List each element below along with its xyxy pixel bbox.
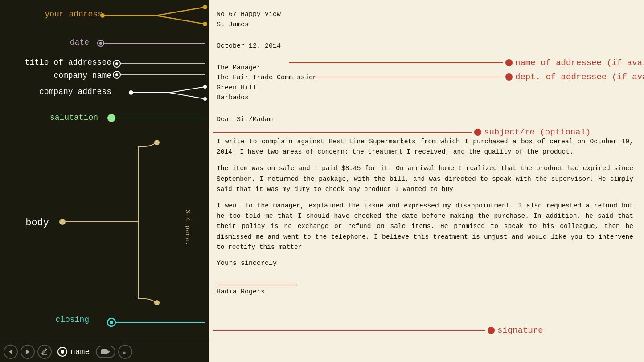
- address-line2: St James: [217, 20, 633, 30]
- closing-section: Yours sincerely: [217, 259, 633, 269]
- svg-rect-39: [101, 349, 107, 354]
- svg-point-5: [203, 22, 207, 26]
- addressee-section: The Manager The Fair Trade Commission Gr…: [217, 63, 633, 103]
- date-line: October 12, 2014: [217, 41, 633, 52]
- svg-point-38: [61, 350, 64, 354]
- name-toolbar-section: name: [56, 346, 90, 358]
- annotation-text-subject: subject/re (optional): [484, 127, 591, 137]
- annotation-text-dept: dept. of addressee (if available): [515, 72, 644, 82]
- annotation-line-signature: [213, 330, 485, 331]
- svg-point-27: [154, 300, 160, 305]
- svg-point-6: [98, 40, 104, 46]
- salutation-line: Dear Sir/Madam: [217, 115, 273, 126]
- salutation-section: Dear Sir/Madam: [217, 115, 633, 126]
- svg-point-20: [203, 97, 207, 101]
- date-label: date: [0, 38, 94, 47]
- body-para2: The item was on sale and I paid $8.45 fo…: [217, 163, 633, 195]
- signature-line-area: [217, 285, 633, 285]
- address-line1: No 67 Happy View: [217, 10, 633, 20]
- next-button[interactable]: [21, 345, 35, 359]
- company-address-label: company address: [0, 87, 116, 96]
- title-addressee-label: title of addressee: [0, 58, 116, 67]
- name-line: Hadia Rogers: [217, 287, 633, 297]
- svg-line-2: [156, 16, 205, 24]
- svg-point-23: [59, 219, 66, 225]
- salutation-label: salutation: [0, 113, 103, 122]
- company-address2-line: Barbados: [217, 93, 633, 103]
- annotation-text-name: name of addressee (if available): [515, 58, 644, 68]
- body-label: body: [0, 217, 53, 228]
- video-button[interactable]: [96, 346, 115, 358]
- annotation-dot-subject: [474, 129, 481, 136]
- company-address1-line: Green Hill: [217, 83, 633, 94]
- name-circle-icon: [56, 346, 69, 358]
- svg-point-4: [203, 5, 207, 9]
- svg-line-1: [156, 7, 205, 16]
- svg-point-21: [107, 114, 115, 122]
- annotation-line-name: [289, 62, 503, 63]
- left-panel: your address date title of addressee com…: [0, 0, 209, 362]
- svg-point-29: [110, 321, 113, 324]
- svg-marker-35: [26, 349, 29, 354]
- annotation-text-signature: signature: [497, 325, 543, 335]
- address-section: No 67 Happy View St James: [217, 10, 633, 30]
- date-section: October 12, 2014: [217, 41, 633, 52]
- svg-point-28: [107, 318, 115, 326]
- annotation-line-dept: [311, 77, 503, 77]
- svg-marker-40: [107, 350, 110, 354]
- annotation-line-subject: [213, 132, 472, 133]
- body-para3: I went to the manager, explained the iss…: [217, 201, 633, 252]
- closing-label: closing: [0, 315, 94, 324]
- signature-underline: [217, 285, 297, 285]
- company-name-label: company name: [0, 71, 116, 80]
- svg-line-16: [169, 87, 205, 93]
- right-panel: No 67 Happy View St James October 12, 20…: [209, 0, 644, 362]
- svg-point-26: [154, 140, 160, 145]
- subject-annotation: subject/re (optional): [213, 127, 591, 137]
- closing-line: Yours sincerely: [217, 259, 633, 269]
- name-addressee-annotation: name of addressee (if available): [289, 58, 644, 68]
- edit-button[interactable]: [37, 345, 52, 359]
- annotation-dot-dept: [505, 73, 513, 81]
- svg-line-17: [169, 93, 205, 99]
- svg-point-7: [99, 42, 102, 45]
- your-address-label: your address: [0, 10, 107, 19]
- body-sub-label: 3-4 para.: [174, 205, 201, 249]
- svg-point-18: [129, 90, 133, 95]
- prev-button[interactable]: [4, 345, 18, 359]
- annotation-dot-name: [505, 59, 513, 66]
- settings-button[interactable]: ≡: [118, 345, 132, 359]
- signature-annotation: signature: [213, 325, 543, 335]
- svg-text:≡: ≡: [123, 349, 126, 355]
- bottom-toolbar: name ≡: [0, 341, 209, 362]
- dept-addressee-annotation: dept. of addressee (if available): [311, 72, 644, 82]
- svg-marker-34: [9, 349, 12, 354]
- connectors-svg: [0, 0, 209, 362]
- body-para1: I write to complain against Best Line Su…: [217, 137, 633, 157]
- svg-point-19: [203, 85, 207, 89]
- annotation-dot-signature: [488, 327, 495, 334]
